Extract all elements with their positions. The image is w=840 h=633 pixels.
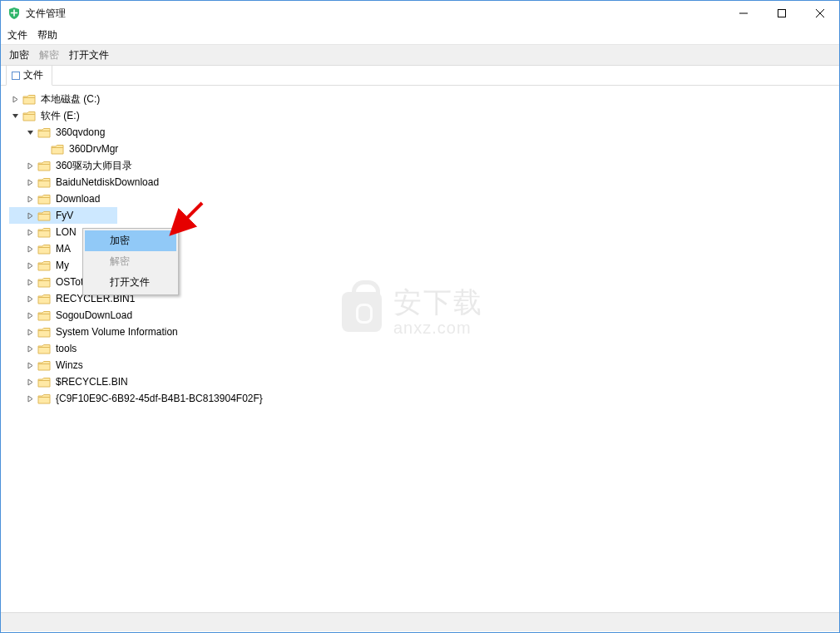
expand-toggle-icon[interactable] — [24, 193, 36, 205]
window-title: 文件管理 — [26, 7, 66, 21]
folder-icon — [51, 144, 64, 155]
expand-toggle-icon[interactable] — [24, 226, 36, 238]
tree-label: 360DrvMgr — [67, 142, 120, 156]
tab-files[interactable]: 文件 — [6, 65, 52, 86]
close-button[interactable] — [801, 1, 839, 26]
expand-toggle-icon[interactable] — [24, 210, 36, 221]
tree-node-baidu[interactable]: BaiduNetdiskDownload — [9, 174, 836, 190]
expand-toggle-icon[interactable] — [24, 293, 36, 304]
folder-icon — [37, 210, 51, 221]
status-bar — [1, 613, 839, 631]
toolbar-open-file[interactable]: 打开文件 — [69, 48, 109, 62]
app-shield-icon — [7, 7, 21, 20]
tree-node-tools[interactable]: tools — [9, 340, 836, 357]
expand-toggle-icon[interactable] — [24, 343, 36, 354]
expand-toggle-icon[interactable] — [24, 359, 36, 371]
title-bar: 文件管理 — [1, 1, 839, 26]
expand-toggle-icon[interactable] — [24, 260, 36, 271]
context-decrypt: 解密 — [85, 251, 176, 272]
folder-icon — [37, 310, 51, 321]
expand-toggle-icon[interactable] — [24, 160, 36, 171]
tree-label: System Volume Information — [54, 325, 180, 339]
tree-label: LON — [54, 225, 78, 239]
context-menu: 加密 解密 打开文件 — [82, 228, 179, 295]
folder-icon — [37, 227, 51, 238]
folder-icon — [37, 260, 51, 271]
folder-icon — [37, 327, 51, 338]
expand-toggle-icon[interactable] — [24, 276, 36, 288]
expand-toggle-icon[interactable] — [9, 93, 21, 105]
svg-rect-1 — [778, 10, 786, 17]
tree-label: SogouDownLoad — [54, 309, 134, 322]
folder-icon — [37, 244, 51, 255]
context-open-file[interactable]: 打开文件 — [85, 272, 176, 293]
toolbar-encrypt[interactable]: 加密 — [9, 48, 29, 62]
tree-label: FyV — [54, 209, 75, 222]
toolbar-decrypt: 解密 — [39, 48, 59, 62]
tree-label: BaiduNetdiskDownload — [54, 176, 161, 189]
tree-label: My — [54, 259, 71, 272]
context-encrypt[interactable]: 加密 — [85, 230, 176, 251]
tree-label: Download — [54, 192, 101, 205]
tree-label: 本地磁盘 (C:) — [39, 91, 101, 107]
tree-node-recycle-bin[interactable]: $RECYCLE.BIN — [9, 373, 836, 390]
folder-icon — [37, 161, 51, 171]
tree-label: 360qvdong — [54, 126, 106, 139]
folder-open-icon — [37, 127, 51, 138]
collapse-toggle-icon[interactable] — [24, 126, 36, 138]
expand-toggle-icon[interactable] — [24, 176, 36, 188]
tree-node-360drvmgr[interactable]: 360DrvMgr — [9, 141, 836, 157]
tree-node-c-drive[interactable]: 本地磁盘 (C:) — [9, 91, 836, 107]
tree-label: $RECYCLE.BIN — [54, 375, 130, 388]
folder-icon — [37, 177, 51, 188]
tree-view[interactable]: 本地磁盘 (C:) 软件 (E:) 360qvdong 360DrvMgr 36… — [1, 86, 839, 613]
maximize-button[interactable] — [763, 1, 801, 26]
folder-icon — [37, 194, 51, 205]
toolbar: 加密 解密 打开文件 — [1, 44, 839, 66]
tree-label: {C9F10E9C-6B92-45df-B4B1-BC813904F02F} — [54, 392, 264, 405]
tab-icon — [12, 72, 20, 80]
folder-icon — [22, 94, 36, 105]
tree-node-sogou[interactable]: SogouDownLoad — [9, 307, 836, 324]
menu-bar: 文件 帮助 — [1, 26, 839, 44]
minimize-button[interactable] — [724, 1, 763, 26]
tree-label: 软件 (E:) — [39, 108, 82, 124]
tree-node-fy-selected[interactable]: FyV — [9, 207, 117, 224]
tree-node-drv-master[interactable]: 360驱动大师目录 — [9, 157, 836, 174]
menu-help[interactable]: 帮助 — [37, 28, 57, 42]
folder-icon — [37, 294, 51, 304]
tree-label: tools — [54, 342, 78, 355]
tree-node-sysvol[interactable]: System Volume Information — [9, 324, 836, 340]
folder-icon — [37, 393, 51, 404]
tree-label: Winzs — [54, 359, 85, 372]
tree-label: 360驱动大师目录 — [54, 158, 134, 174]
tab-strip: 文件 — [1, 66, 839, 86]
menu-file[interactable]: 文件 — [7, 28, 27, 42]
tree-node-winzs[interactable]: Winzs — [9, 357, 836, 373]
collapse-toggle-icon[interactable] — [9, 110, 21, 121]
folder-icon — [37, 377, 51, 388]
tab-label: 文件 — [23, 68, 43, 82]
tree-node-360qvdong[interactable]: 360qvdong — [9, 124, 836, 141]
expand-toggle-icon[interactable] — [24, 309, 36, 321]
expand-toggle-icon[interactable] — [24, 376, 36, 388]
tree-node-e-drive[interactable]: 软件 (E:) — [9, 107, 836, 124]
folder-icon — [37, 360, 51, 371]
tree-node-download[interactable]: Download — [9, 190, 836, 207]
expand-toggle-icon[interactable] — [24, 326, 36, 338]
expand-toggle-icon[interactable] — [24, 393, 36, 404]
expand-toggle-icon[interactable] — [24, 243, 36, 255]
folder-icon — [37, 277, 51, 288]
folder-open-icon — [22, 111, 36, 121]
tree-label: MA — [54, 242, 72, 255]
tree-node-guid[interactable]: {C9F10E9C-6B92-45df-B4B1-BC813904F02F} — [9, 390, 836, 407]
folder-icon — [37, 344, 51, 354]
window-controls — [724, 1, 839, 26]
